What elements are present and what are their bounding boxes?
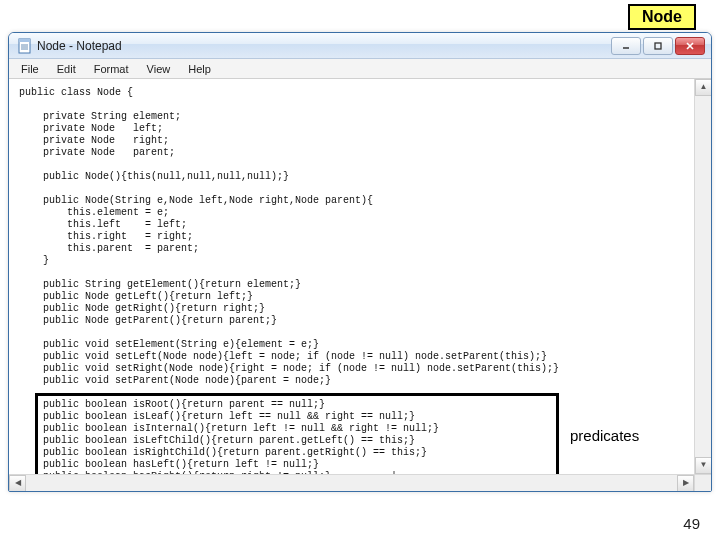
svg-rect-6 <box>655 43 661 49</box>
minimize-button[interactable] <box>611 37 641 55</box>
scroll-left-button[interactable]: ◀ <box>9 475 26 491</box>
svg-rect-1 <box>19 39 30 42</box>
scroll-right-button[interactable]: ▶ <box>677 475 694 491</box>
menu-file[interactable]: File <box>13 61 47 77</box>
window-title: Node - Notepad <box>37 39 611 53</box>
notepad-window: Node - Notepad File Edit Format View Hel… <box>8 32 712 492</box>
menu-edit[interactable]: Edit <box>49 61 84 77</box>
predicates-annotation: predicates <box>570 427 639 444</box>
scroll-down-button[interactable]: ▼ <box>695 457 711 474</box>
scroll-h-track[interactable] <box>26 475 677 491</box>
node-label-box: Node <box>628 4 696 30</box>
menu-view[interactable]: View <box>139 61 179 77</box>
window-controls <box>611 37 705 55</box>
scroll-v-track[interactable] <box>695 96 711 457</box>
horizontal-scrollbar[interactable]: ◀ ▶ <box>9 474 694 491</box>
page-number: 49 <box>683 515 700 532</box>
scroll-up-button[interactable]: ▲ <box>695 79 711 96</box>
vertical-scrollbar[interactable]: ▲ ▼ <box>694 79 711 474</box>
node-label-text: Node <box>642 8 682 25</box>
scrollbar-corner <box>694 474 711 491</box>
maximize-button[interactable] <box>643 37 673 55</box>
menu-help[interactable]: Help <box>180 61 219 77</box>
menu-format[interactable]: Format <box>86 61 137 77</box>
menubar: File Edit Format View Help <box>9 59 711 79</box>
titlebar[interactable]: Node - Notepad <box>9 33 711 59</box>
notepad-icon <box>17 38 33 54</box>
close-button[interactable] <box>675 37 705 55</box>
